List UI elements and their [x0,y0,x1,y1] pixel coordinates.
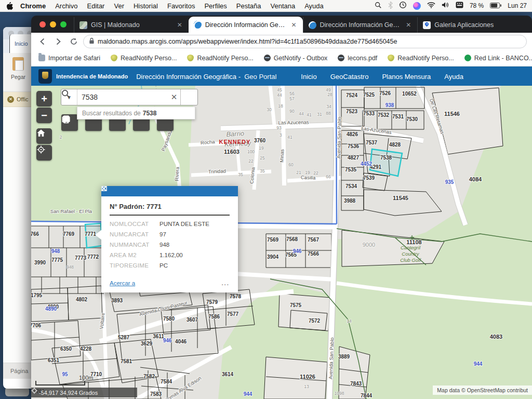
bookmark-item[interactable]: ReadNotify Perso... [187,55,253,62]
back-button[interactable] [36,35,49,48]
map-label: 7775 [51,257,63,263]
menu-chrome[interactable]: Chrome [20,2,46,10]
menu-ayuda[interactable]: Ayuda [304,2,324,10]
apple-menu-icon[interactable] [6,2,13,10]
chrome-window: GIS | Maldonado✕Dirección Información Ge… [31,16,532,399]
map-label: 44 [299,111,304,116]
map-label: 6351 [48,357,60,363]
lock-icon[interactable] [89,37,95,46]
map-canvas[interactable]: 7524752375257526106527533753275317530115… [31,86,532,399]
bookmark-item[interactable]: ReadNotify Perso... [388,55,454,62]
macos-menubar: ChromeArchivoEditarVerHistorialFavoritos… [0,0,532,12]
popup-field-row: AREA M21.162,00 [110,252,230,258]
folder-icon [38,55,45,61]
map-label: Country [402,251,420,257]
forward-button[interactable] [52,35,64,48]
address-field[interactable]: maldonado.maps.arcgis.com/apps/webappvie… [83,35,527,48]
map-label: 938 [385,102,394,108]
map-label: 7578 [230,294,242,299]
bookmark-label: GetNotify - Outbox [274,55,328,62]
minimize-window-button[interactable] [50,21,56,28]
bookmark-item[interactable]: ReadNotify Perso... [111,55,177,62]
nav-inicio[interactable]: Inicio [301,73,316,81]
map-label: 14 [347,318,352,324]
menu-archivo[interactable]: Archivo [55,2,77,10]
menubar-items: ChromeArchivoEditarVerHistorialFavoritos… [20,2,333,10]
reload-button[interactable] [68,35,80,48]
word-tab-inicio[interactable]: Inicio [9,34,33,53]
zoom-out-button[interactable]: − [36,108,52,123]
word-document[interactable] [3,107,33,363]
menu-editar[interactable]: Editar [87,2,104,10]
search-input[interactable] [77,93,168,101]
map-label: Avenida San Pablo [336,117,342,159]
map-label: 3614 [222,371,234,377]
browser-tab[interactable]: GIS | Maldonado✕ [74,17,189,33]
word-window: Inicio Pegar ✕ Offic Página [3,27,33,389]
browser-tab[interactable]: Galería Aplicaciones [417,17,532,33]
map-label: 7581 [121,358,132,364]
siri-icon[interactable] [413,2,421,10]
map-label: 7579 [206,299,218,305]
clear-search-icon[interactable]: ✕ [168,92,180,102]
word-alert-bar[interactable]: ✕ Offic [3,92,33,107]
field-label: TIPOREGIME [110,262,159,269]
close-window-button[interactable] [39,21,46,28]
bluetooth-icon[interactable] [388,2,393,10]
map-label: 4828 [389,142,401,148]
popup-more-icon[interactable]: ... [221,280,230,286]
zoom-window-button[interactable] [60,21,66,28]
close-tab-icon[interactable]: ✕ [290,21,297,29]
paste-label[interactable]: Pegar [3,74,33,80]
bookmark-item[interactable]: Red Link - BANCO... [464,55,532,62]
menu-historial[interactable]: Historial [134,2,158,10]
intendencia-logo-icon[interactable] [38,69,52,84]
coordinates-readout: -54,917 34,924 Grados [31,388,137,397]
menu-ventana[interactable]: Ventana [270,2,295,10]
map-label: 7773 [75,255,87,261]
search-suggestion[interactable]: Buscar resultados de7538 [77,107,195,119]
locate-button[interactable] [36,145,52,161]
map-label: 7535 [345,167,357,172]
bookmark-item[interactable]: GetNotify - Outbox [264,55,328,62]
paste-icon[interactable] [12,57,24,71]
field-value: 1.162,00 [159,252,183,258]
alert-close-icon[interactable]: ✕ [7,96,14,103]
window-controls [31,21,74,28]
nav-ayuda[interactable]: Ayuda [444,73,463,81]
field-value: PC [159,262,168,269]
time-machine-icon[interactable] [399,1,407,10]
volume-icon[interactable] [442,2,449,10]
map-label: 7523 [346,109,358,114]
browser-tab[interactable]: Dirección Información Geográf✕ [189,17,303,33]
nav-planos-mensura[interactable]: Planos Mensura [382,73,431,81]
home-button[interactable] [36,128,52,144]
menu-perfiles[interactable]: Perfiles [204,2,227,10]
map-label: 7539 [363,175,375,181]
map-label: 7524 [346,92,358,98]
menubar-clock[interactable]: Lun 27 [508,2,527,9]
menu-pestaña[interactable]: Pestaña [236,2,261,10]
map-label: 7584 [161,379,172,384]
map-label: 3990 [34,260,46,265]
zoom-in-button[interactable]: + [36,91,52,107]
map-label: 7567 [308,237,320,243]
menu-ver[interactable]: Ver [114,2,124,10]
map-label: 3629 [141,341,153,347]
input-source-icon[interactable] [456,2,463,10]
bookmark-item[interactable]: Importar de Safari [38,55,100,62]
menu-favoritos[interactable]: Favoritos [167,2,195,10]
close-tab-icon[interactable]: ✕ [405,21,412,29]
map-label: 60 [288,162,294,167]
bookmark-item[interactable]: lecons.pdf [338,55,377,62]
wifi-icon[interactable] [427,2,435,10]
map-label: 7533 [363,111,375,116]
nav-geocatastro[interactable]: GeoCatastro [330,73,369,81]
zoom-to-link[interactable]: Acercar a [110,280,135,286]
spotlight-icon[interactable] [375,2,382,10]
browser-tab[interactable]: Dirección Información Geográf✕ [303,17,418,33]
search-button[interactable] [180,89,197,105]
close-tab-icon[interactable]: ✕ [176,21,183,29]
map-label: 44 [277,92,282,98]
map-label: 7534 [345,183,357,189]
